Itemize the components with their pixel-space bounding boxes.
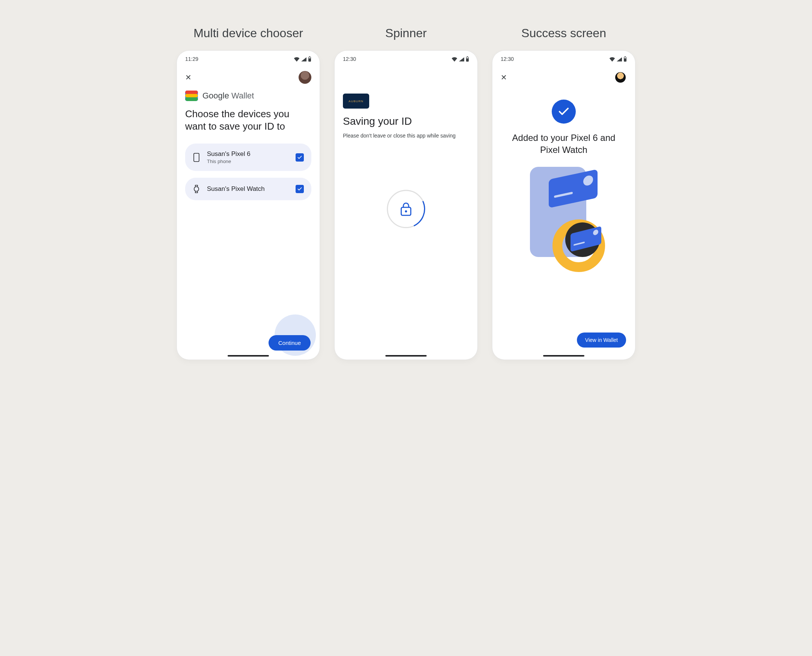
status-icons bbox=[609, 56, 627, 62]
status-bar: 12:30 bbox=[335, 51, 477, 64]
phone-frame-spinner: 12:30 AUBURN Saving your ID Please don't… bbox=[335, 51, 477, 360]
wifi-icon bbox=[609, 57, 615, 62]
close-icon[interactable]: ✕ bbox=[185, 74, 191, 81]
device-name: Susan's Pixel Watch bbox=[207, 185, 289, 193]
device-option-watch[interactable]: Susan's Pixel Watch bbox=[185, 178, 311, 200]
device-name: Susan's Pixel 6 bbox=[207, 150, 289, 158]
status-icons bbox=[451, 56, 469, 62]
svg-rect-7 bbox=[466, 57, 468, 58]
close-icon[interactable]: ✕ bbox=[501, 74, 507, 81]
wifi-icon bbox=[451, 57, 457, 62]
success-illustration bbox=[515, 167, 613, 272]
lock-icon bbox=[400, 201, 412, 217]
wifi-icon bbox=[294, 57, 300, 62]
page-headline: Added to your Pixel 6 and Pixel Watch bbox=[501, 132, 627, 156]
battery-icon bbox=[466, 56, 469, 62]
google-wallet-icon bbox=[185, 91, 198, 101]
svg-rect-1 bbox=[309, 56, 310, 57]
brand-text: Google Wallet bbox=[202, 91, 254, 101]
phone-frame-chooser: 11:29 ✕ Google Wallet Choose th bbox=[177, 51, 320, 360]
status-time: 12:30 bbox=[343, 56, 356, 62]
continue-button[interactable]: Continue bbox=[269, 335, 310, 351]
signal-icon bbox=[301, 57, 306, 62]
checkbox-checked-icon[interactable] bbox=[296, 153, 304, 162]
home-indicator[interactable] bbox=[543, 355, 584, 357]
success-check-icon bbox=[552, 99, 576, 124]
signal-icon bbox=[459, 57, 464, 62]
brand-row: Google Wallet bbox=[185, 91, 311, 101]
status-time: 12:30 bbox=[501, 56, 514, 62]
home-indicator[interactable] bbox=[228, 355, 269, 357]
status-bar: 11:29 bbox=[177, 51, 320, 64]
column-title-success: Success screen bbox=[521, 26, 606, 40]
svg-rect-12 bbox=[624, 57, 626, 58]
battery-icon bbox=[624, 56, 627, 62]
phone-frame-success: 12:30 ✕ Added to your Pixel 6 and Pixel … bbox=[492, 51, 635, 360]
svg-point-9 bbox=[405, 210, 407, 213]
avatar[interactable] bbox=[614, 71, 627, 84]
signal-icon bbox=[617, 57, 622, 62]
status-icons bbox=[294, 56, 311, 62]
page-subline: Please don't leave or close this app whi… bbox=[343, 133, 469, 139]
svg-rect-11 bbox=[625, 56, 626, 57]
status-bar: 12:30 bbox=[492, 51, 635, 64]
phone-icon bbox=[193, 153, 200, 162]
status-time: 11:29 bbox=[185, 56, 198, 62]
device-option-phone[interactable]: Susan's Pixel 6 This phone bbox=[185, 144, 311, 171]
svg-point-4 bbox=[194, 187, 199, 191]
avatar[interactable] bbox=[299, 71, 311, 84]
issuer-logo: AUBURN bbox=[343, 94, 369, 108]
page-headline: Saving your ID bbox=[343, 115, 469, 127]
column-title-spinner: Spinner bbox=[385, 26, 427, 40]
checkbox-checked-icon[interactable] bbox=[296, 185, 304, 193]
svg-rect-2 bbox=[309, 57, 310, 58]
loading-spinner bbox=[387, 190, 425, 228]
battery-icon bbox=[308, 56, 311, 62]
page-headline: Choose the devices you want to save your… bbox=[185, 108, 311, 132]
svg-rect-8 bbox=[401, 207, 411, 215]
watch-icon bbox=[193, 184, 200, 193]
device-subtitle: This phone bbox=[207, 159, 289, 164]
svg-rect-6 bbox=[467, 56, 468, 57]
column-title-chooser: Multi device chooser bbox=[193, 26, 303, 40]
svg-rect-3 bbox=[194, 153, 199, 162]
home-indicator[interactable] bbox=[385, 355, 427, 357]
view-in-wallet-button[interactable]: View in Wallet bbox=[577, 333, 626, 348]
